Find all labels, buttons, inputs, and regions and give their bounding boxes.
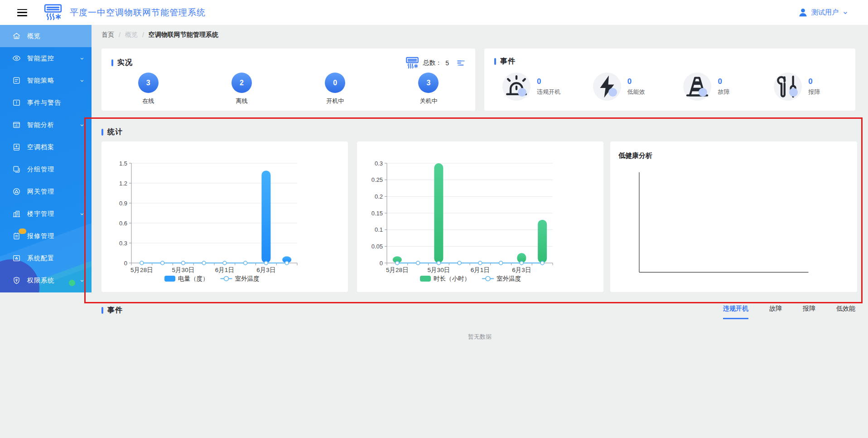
title-marker bbox=[101, 307, 103, 314]
sidebar-item[interactable]: 权限系统 bbox=[0, 269, 92, 292]
svg-text:电量（度）: 电量（度） bbox=[178, 275, 209, 282]
sidebar-item-label: 分组管理 bbox=[27, 165, 79, 174]
events-summary-card: 事件 0 违规开机 0 低 bbox=[484, 49, 855, 111]
svg-text:室外温度: 室外温度 bbox=[497, 275, 521, 282]
app-header: 平度一中空调物联网节能管理系统 测试用户 bbox=[0, 0, 868, 25]
stat-label: 离线 bbox=[236, 97, 247, 105]
svg-text:0.05: 0.05 bbox=[371, 243, 383, 250]
svg-text:5月28日: 5月28日 bbox=[386, 267, 409, 273]
breadcrumb-home[interactable]: 首页 bbox=[101, 31, 114, 39]
events-panel-title: 事件 bbox=[500, 57, 516, 66]
accent-dot bbox=[608, 88, 617, 97]
sidebar-item[interactable]: 事件与警告 bbox=[0, 92, 92, 114]
sidebar-item-icon bbox=[12, 121, 21, 129]
sidebar-item-icon bbox=[12, 76, 21, 85]
event-tab[interactable]: 故障 bbox=[769, 305, 782, 319]
svg-text:0.9: 0.9 bbox=[119, 200, 127, 207]
sidebar-item[interactable]: 智能策略 bbox=[0, 69, 92, 92]
stats-section-header: 统计 bbox=[101, 127, 123, 137]
event-label: 报障 bbox=[808, 88, 837, 96]
ac-logo-icon bbox=[43, 4, 63, 22]
sidebar-item-icon bbox=[12, 209, 21, 218]
sidebar-item-icon bbox=[12, 232, 21, 240]
stat-label: 在线 bbox=[142, 97, 154, 105]
bottom-events-title: 事件 bbox=[107, 306, 123, 315]
accent-dot bbox=[789, 88, 798, 97]
event-label: 故障 bbox=[718, 88, 747, 96]
svg-text:5月30日: 5月30日 bbox=[428, 267, 450, 273]
sidebar-item-icon bbox=[12, 276, 21, 285]
stat-label: 开机中 bbox=[326, 97, 344, 105]
svg-text:0.1: 0.1 bbox=[375, 226, 383, 233]
event-icon-circle bbox=[593, 73, 621, 101]
svg-text:0.15: 0.15 bbox=[371, 210, 383, 217]
total-value: 5 bbox=[445, 59, 449, 67]
accent-dot bbox=[518, 88, 526, 97]
sidebar-item[interactable]: 智能监控 bbox=[0, 47, 92, 69]
live-stat: 2 离线 bbox=[195, 73, 288, 105]
sidebar-item-icon bbox=[12, 187, 21, 196]
stat-count-circle: 0 bbox=[325, 73, 345, 93]
event-item: 0 故障 bbox=[670, 73, 761, 101]
title-marker bbox=[111, 59, 113, 66]
sidebar-item[interactable]: 系统配置 bbox=[0, 247, 92, 269]
sidebar-item-icon bbox=[12, 254, 21, 263]
sidebar-item-label: 智能策略 bbox=[27, 77, 79, 85]
event-count: 0 bbox=[808, 77, 837, 86]
sidebar-item-label: 智能监控 bbox=[27, 54, 79, 63]
sidebar-item[interactable]: 楼宇管理 bbox=[0, 203, 92, 225]
sidebar-item[interactable]: 智能分析 bbox=[0, 114, 92, 136]
event-tab[interactable]: 低效能 bbox=[836, 305, 855, 319]
low-health-analysis-chart[interactable] bbox=[610, 141, 857, 292]
svg-text:0: 0 bbox=[124, 260, 127, 267]
live-status-card: 实况 总数： 5 3 在线 bbox=[101, 49, 475, 111]
chevron-down-icon bbox=[79, 277, 85, 284]
live-panel-title: 实况 bbox=[117, 58, 133, 68]
chevron-down-icon bbox=[79, 55, 85, 62]
svg-text:6月3日: 6月3日 bbox=[256, 267, 275, 273]
event-item: 0 报障 bbox=[760, 73, 851, 101]
svg-text:0.3: 0.3 bbox=[119, 240, 127, 247]
bottom-events-header: 事件 违规开机 故障 报障 低效能 bbox=[101, 305, 855, 319]
power-consumption-chart[interactable]: 00.30.60.91.21.55月28日5月30日6月1日6月3日电量（度）室… bbox=[101, 141, 348, 292]
sidebar-item-label: 网关管理 bbox=[27, 188, 79, 196]
event-count: 0 bbox=[537, 77, 566, 86]
sidebar-item[interactable]: 空调档案 bbox=[0, 136, 92, 158]
live-stat: 0 开机中 bbox=[289, 73, 382, 105]
event-tab[interactable]: 报障 bbox=[803, 305, 815, 319]
user-menu[interactable]: 测试用户 bbox=[798, 7, 849, 18]
chevron-down-icon bbox=[79, 211, 85, 217]
sidebar-item-label: 空调档案 bbox=[27, 143, 79, 151]
chevron-down-icon bbox=[79, 122, 85, 128]
svg-text:6月3日: 6月3日 bbox=[512, 267, 531, 273]
chevron-down-icon bbox=[842, 9, 849, 16]
svg-text:1.2: 1.2 bbox=[119, 180, 127, 187]
breadcrumb-current: 空调物联网节能管理系统 bbox=[149, 31, 218, 39]
stat-label: 关机中 bbox=[420, 97, 437, 105]
runtime-duration-chart[interactable]: 00.050.10.150.20.250.35月28日5月30日6月1日6月3日… bbox=[357, 141, 603, 292]
health-chart-title: 低健康分析 bbox=[618, 151, 652, 160]
sidebar-item-icon bbox=[12, 98, 21, 107]
sidebar-item[interactable]: 网关管理 bbox=[0, 180, 92, 203]
event-icon-circle bbox=[502, 73, 530, 101]
sidebar-item[interactable]: 概览 bbox=[0, 25, 92, 47]
sidebar-item-label: 概览 bbox=[27, 32, 79, 40]
stats-section-title: 统计 bbox=[107, 127, 123, 137]
sidebar-item-icon bbox=[12, 165, 21, 174]
svg-text:5月28日: 5月28日 bbox=[130, 267, 153, 273]
duration-chart-card: 00.050.10.150.20.250.35月28日5月30日6月1日6月3日… bbox=[357, 141, 603, 292]
badge-dot bbox=[19, 229, 26, 234]
sidebar-item[interactable]: 报修管理 bbox=[0, 225, 92, 247]
total-label: 总数： bbox=[423, 59, 442, 67]
menu-toggle-button[interactable] bbox=[17, 9, 27, 16]
event-count: 0 bbox=[718, 77, 747, 86]
sidebar-item-label: 系统配置 bbox=[27, 254, 79, 263]
sidebar-item[interactable]: 分组管理 bbox=[0, 158, 92, 180]
event-count: 0 bbox=[627, 77, 656, 86]
filter-icon[interactable] bbox=[456, 58, 465, 68]
svg-text:室外温度: 室外温度 bbox=[235, 275, 260, 282]
event-label: 违规开机 bbox=[537, 88, 566, 96]
stat-count-circle: 2 bbox=[231, 73, 252, 93]
svg-text:5月30日: 5月30日 bbox=[172, 267, 195, 273]
event-tab[interactable]: 违规开机 bbox=[723, 305, 748, 319]
